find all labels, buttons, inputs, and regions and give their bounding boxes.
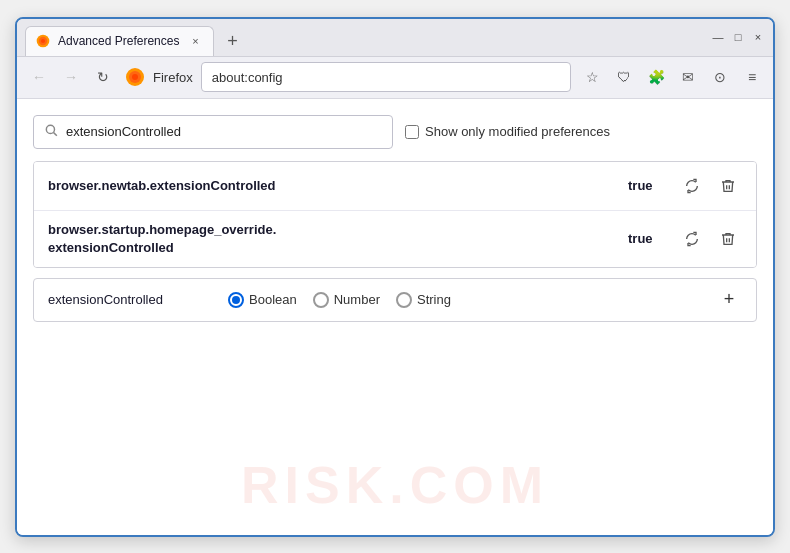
minimize-button[interactable]: — bbox=[711, 30, 725, 44]
radio-circle-boolean bbox=[228, 292, 244, 308]
new-preference-row: extensionControlled Boolean Number bbox=[33, 278, 757, 322]
firefox-label: Firefox bbox=[153, 70, 193, 85]
search-input-wrapper bbox=[33, 115, 393, 149]
svg-point-6 bbox=[46, 125, 54, 133]
preferences-table: browser.newtab.extensionControlled true bbox=[33, 161, 757, 268]
reset-button-2[interactable] bbox=[678, 225, 706, 253]
new-tab-button[interactable]: + bbox=[218, 28, 246, 56]
show-modified-row: Show only modified preferences bbox=[405, 124, 610, 139]
refresh-button[interactable]: ↻ bbox=[89, 63, 117, 91]
svg-line-7 bbox=[54, 133, 57, 136]
search-input[interactable] bbox=[66, 124, 382, 139]
menu-icon[interactable]: ≡ bbox=[739, 64, 765, 90]
close-button[interactable]: × bbox=[751, 30, 765, 44]
active-tab[interactable]: Advanced Preferences × bbox=[25, 26, 214, 56]
browser-window: Advanced Preferences × + — □ × ← → ↻ Fir… bbox=[15, 17, 775, 537]
nav-icons: ☆ 🛡 🧩 ✉ ⊙ ≡ bbox=[579, 64, 765, 90]
radio-boolean[interactable]: Boolean bbox=[228, 292, 297, 308]
radio-number[interactable]: Number bbox=[313, 292, 380, 308]
pref-actions-2 bbox=[678, 225, 742, 253]
radio-string[interactable]: String bbox=[396, 292, 451, 308]
title-bar: Advanced Preferences × + — □ × bbox=[17, 19, 773, 57]
navbar: ← → ↻ Firefox ☆ 🛡 🧩 ✉ ⊙ ≡ bbox=[17, 57, 773, 99]
delete-button-2[interactable] bbox=[714, 225, 742, 253]
table-row: browser.newtab.extensionControlled true bbox=[34, 162, 756, 211]
radio-circle-number bbox=[313, 292, 329, 308]
pref-value-1: true bbox=[628, 178, 658, 193]
tab-strip: Advanced Preferences × + bbox=[25, 19, 711, 56]
firefox-logo bbox=[125, 67, 145, 87]
tab-title: Advanced Preferences bbox=[58, 34, 179, 48]
pref-name-2: browser.startup.homepage_override.extens… bbox=[48, 221, 628, 257]
search-icon bbox=[44, 123, 58, 140]
search-bar-row: Show only modified preferences bbox=[33, 115, 757, 149]
table-row: browser.startup.homepage_override.extens… bbox=[34, 211, 756, 267]
shield-icon[interactable]: 🛡 bbox=[611, 64, 637, 90]
pref-actions-1 bbox=[678, 172, 742, 200]
bookmark-icon[interactable]: ☆ bbox=[579, 64, 605, 90]
page-content: RISK.COM Show only modified preferences bbox=[17, 99, 773, 535]
reset-button-1[interactable] bbox=[678, 172, 706, 200]
watermark: RISK.COM bbox=[241, 455, 549, 515]
url-bar[interactable] bbox=[201, 62, 571, 92]
window-controls: — □ × bbox=[711, 30, 765, 44]
radio-label-string: String bbox=[417, 292, 451, 307]
extension-icon[interactable]: 🧩 bbox=[643, 64, 669, 90]
radio-label-boolean: Boolean bbox=[249, 292, 297, 307]
firefox-tab-icon bbox=[36, 34, 50, 48]
maximize-button[interactable]: □ bbox=[731, 30, 745, 44]
back-button[interactable]: ← bbox=[25, 63, 53, 91]
pref-name-1: browser.newtab.extensionControlled bbox=[48, 178, 628, 193]
radio-group: Boolean Number String bbox=[228, 292, 451, 308]
forward-button[interactable]: → bbox=[57, 63, 85, 91]
new-pref-name: extensionControlled bbox=[48, 292, 208, 307]
show-modified-checkbox[interactable] bbox=[405, 125, 419, 139]
radio-dot-boolean bbox=[232, 296, 240, 304]
svg-point-5 bbox=[132, 74, 138, 80]
pref-value-2: true bbox=[628, 231, 658, 246]
account-icon[interactable]: ⊙ bbox=[707, 64, 733, 90]
mail-icon[interactable]: ✉ bbox=[675, 64, 701, 90]
radio-circle-string bbox=[396, 292, 412, 308]
radio-label-number: Number bbox=[334, 292, 380, 307]
delete-button-1[interactable] bbox=[714, 172, 742, 200]
svg-point-2 bbox=[41, 39, 45, 43]
tab-close-button[interactable]: × bbox=[187, 33, 203, 49]
add-preference-button[interactable]: + bbox=[716, 287, 742, 313]
show-modified-label: Show only modified preferences bbox=[425, 124, 610, 139]
